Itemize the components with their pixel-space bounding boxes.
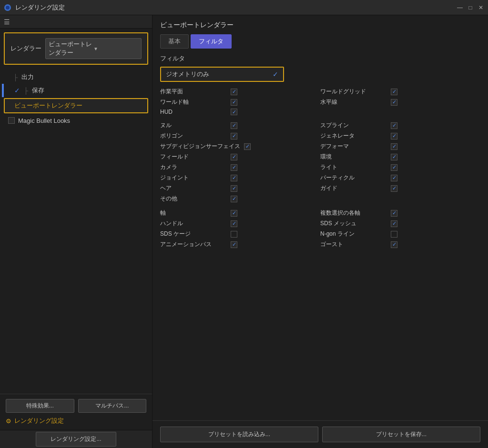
grid-col-left: サブディビジョンサーフェイス <box>160 142 320 150</box>
render-settings-bottom-button[interactable]: レンダリング設定... <box>36 432 116 447</box>
grid-checkbox[interactable] <box>231 109 237 115</box>
grid-item-label: ポリゴン <box>160 132 227 140</box>
pipe-icon: ├ <box>13 74 18 81</box>
grid-row: フィールド 環境 <box>160 153 480 161</box>
special-effects-button[interactable]: 特殊効果... <box>6 399 74 413</box>
grid-item-label: パーティクル <box>320 174 387 182</box>
grid-checkbox[interactable] <box>391 99 397 106</box>
close-button[interactable]: ✕ <box>478 4 484 11</box>
grid-col-right: ライト <box>320 163 480 171</box>
grid-checkbox[interactable] <box>391 185 397 192</box>
multipass-button[interactable]: マルチパス... <box>78 399 147 413</box>
grid-col-left: フィールド <box>160 153 320 161</box>
content-title: ビューポートレンダラー <box>160 21 480 30</box>
tab-filter[interactable]: フィルタ <box>191 34 232 49</box>
grid-checkbox[interactable] <box>391 210 397 217</box>
preset-load-button[interactable]: プリセットを読み込み... <box>160 427 318 442</box>
grid-row: ヘア ガイド <box>160 184 480 192</box>
hamburger-icon[interactable]: ☰ <box>4 18 10 26</box>
grid-item-label: 軸 <box>160 209 227 217</box>
grid-checkbox[interactable] <box>231 185 237 192</box>
renderer-value: ビューポートレンダラー <box>49 40 93 57</box>
gear-icon: ⚙ <box>6 418 11 425</box>
grid-checkbox[interactable] <box>231 154 237 160</box>
grid-col-right: ワールドグリッド <box>320 88 480 96</box>
items-grid: 作業平面 ワールドグリッド ワールド軸 水平線 <box>152 88 488 420</box>
grid-col-left: アニメーションパス <box>160 240 320 249</box>
grid-checkbox[interactable] <box>391 164 397 171</box>
grid-item-label: ワールド軸 <box>160 98 227 106</box>
grid-checkbox[interactable] <box>231 175 237 181</box>
grid-item-label: ワールドグリッド <box>320 88 387 96</box>
window-controls: — □ ✕ <box>457 4 484 11</box>
grid-col-right: ジェネレータ <box>320 132 480 140</box>
tab-basic[interactable]: 基本 <box>160 34 189 49</box>
grid-checkbox[interactable] <box>391 175 397 181</box>
grid-checkbox[interactable] <box>391 241 397 248</box>
grid-item-label: ジェネレータ <box>320 132 387 140</box>
sidebar-item-label: 保存 <box>32 86 44 95</box>
grid-checkbox[interactable] <box>391 89 397 95</box>
grid-checkbox[interactable] <box>231 89 237 95</box>
magic-check-icon <box>8 117 15 124</box>
grid-row: アニメーションパス ゴースト <box>160 240 480 249</box>
grid-checkbox[interactable] <box>231 220 237 227</box>
sidebar-item-label: 出力 <box>21 73 34 81</box>
grid-col-left: 軸 <box>160 209 320 217</box>
sidebar-item-magic-bullet[interactable]: Magic Bullet Looks <box>0 114 152 127</box>
grid-checkbox[interactable] <box>231 231 237 238</box>
grid-item-label: HUD <box>160 109 227 115</box>
grid-col-right: デフォーマ <box>320 142 480 150</box>
grid-col-left: その他 <box>160 195 320 203</box>
grid-checkbox[interactable] <box>391 133 397 139</box>
grid-item-label: SDS ケージ <box>160 230 227 238</box>
grid-checkbox[interactable] <box>391 122 397 129</box>
grid-item-label: ガイド <box>320 184 387 192</box>
grid-item-label: SDS メッシュ <box>320 219 387 228</box>
tabs-bar: 基本 フィルタ <box>160 34 480 49</box>
grid-checkbox[interactable] <box>231 196 237 202</box>
grid-checkbox[interactable] <box>231 210 237 217</box>
sidebar-item-save[interactable]: ✓ ├ 保存 <box>0 84 152 97</box>
grid-checkbox[interactable] <box>231 133 237 139</box>
geometry-filter-checkbox[interactable]: ✓ <box>273 70 278 78</box>
render-settings-bottom[interactable]: レンダリング設定... <box>0 430 152 448</box>
renderer-row: レンダラー ビューポートレンダラー ▼ <box>4 32 148 65</box>
grid-checkbox[interactable] <box>391 231 397 238</box>
grid-col-left: 作業平面 <box>160 88 320 96</box>
grid-col-right: 水平線 <box>320 98 480 106</box>
grid-checkbox[interactable] <box>244 143 251 150</box>
grid-item-label: デフォーマ <box>320 142 387 150</box>
grid-row: ワールド軸 水平線 <box>160 98 480 106</box>
grid-checkbox[interactable] <box>231 241 237 248</box>
svg-point-1 <box>6 6 10 10</box>
sidebar-items-list: ├ 出力 ✓ ├ 保存 ビューポートレンダラー Magic B <box>0 69 152 394</box>
app-icon <box>4 4 11 11</box>
renderer-dropdown[interactable]: ビューポートレンダラー ▼ <box>45 38 142 59</box>
grid-row: ハンドル SDS メッシュ <box>160 219 480 228</box>
grid-item-label: 作業平面 <box>160 88 227 96</box>
render-settings-link[interactable]: ⚙ レンダリング設定 <box>6 417 146 425</box>
title-bar: レンダリング設定 — □ ✕ <box>0 0 488 15</box>
grid-checkbox[interactable] <box>391 143 397 150</box>
grid-checkbox[interactable] <box>231 99 237 106</box>
grid-col-left: ヘア <box>160 184 320 192</box>
sidebar-item-output[interactable]: ├ 出力 <box>0 70 152 84</box>
preset-save-button[interactable]: プリセットを保存... <box>322 427 480 442</box>
minimize-button[interactable]: — <box>457 4 463 11</box>
grid-checkbox[interactable] <box>231 122 237 129</box>
grid-col-left: ワールド軸 <box>160 98 320 106</box>
grid-checkbox[interactable] <box>231 164 237 171</box>
grid-checkbox[interactable] <box>391 220 397 227</box>
grid-item-label: ヘア <box>160 184 227 192</box>
grid-row: ジョイント パーティクル <box>160 174 480 182</box>
restore-button[interactable]: □ <box>467 4 474 11</box>
sidebar-menu-bar: ☰ <box>0 15 152 29</box>
sidebar-item-viewport[interactable]: ビューポートレンダラー <box>4 98 148 113</box>
sidebar-bottom: 特殊効果... マルチパス... ⚙ レンダリング設定 <box>0 394 152 430</box>
content-header: ビューポートレンダラー 基本 フィルタ <box>152 15 488 54</box>
grid-checkbox[interactable] <box>391 154 397 160</box>
grid-col-left: ヌル <box>160 121 320 129</box>
sidebar-action-buttons: 特殊効果... マルチパス... <box>6 399 146 413</box>
filter-section-title: フィルタ <box>160 54 480 63</box>
